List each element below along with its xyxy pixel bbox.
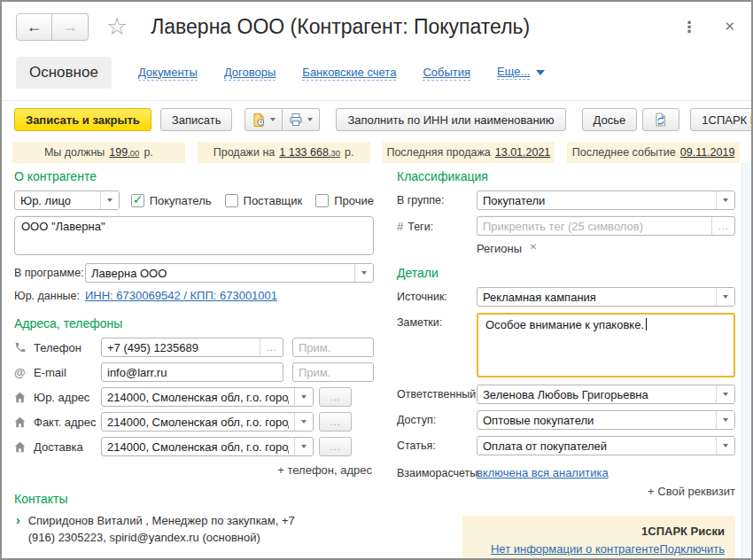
in-program-input[interactable] [86, 264, 354, 282]
phone-input[interactable] [102, 338, 260, 356]
title-bar: ← → ☆ Лаверна ООО (Контрагент: Покупател… [2, 2, 751, 51]
full-name-textarea[interactable]: ООО "Лаверна" [14, 216, 374, 255]
tag-chip-row: Регионы ✕ [477, 242, 735, 255]
kebab-menu-icon[interactable]: ⋮ [677, 16, 701, 38]
tab-contracts[interactable]: Договоры [224, 66, 276, 81]
last-event-link[interactable]: 09.11.2019 [680, 146, 735, 159]
right-column: Классификация В группе: #Теги: ... Регио… [397, 170, 735, 560]
spark-risks-panel: 1СПАРК Риски Нет информации о контрагент… [462, 516, 735, 560]
dropdown-button[interactable] [100, 191, 119, 209]
checkbox-other[interactable]: Прочие [315, 194, 374, 207]
fill-by-inn-button[interactable]: Заполнить по ИНН или наименованию [336, 108, 565, 131]
article-input[interactable] [477, 437, 716, 455]
tab-documents[interactable]: Документы [138, 66, 198, 81]
tab-bank-accounts[interactable]: Банковские счета [302, 66, 396, 81]
dropdown-button[interactable] [716, 437, 734, 455]
spark-risks-label: 1СПАРК Риски [702, 113, 753, 127]
house-icon [14, 416, 34, 428]
we-owe-panel: Мы должны 199,00 р. [12, 142, 185, 163]
responsible-row: Ответственный: [397, 385, 735, 404]
ellipsis-button[interactable]: ... [319, 412, 352, 432]
entity-type-row: Покупатель Поставщик Прочие [14, 191, 374, 210]
source-combo [477, 287, 735, 307]
source-input[interactable] [477, 288, 716, 306]
email-note-input[interactable] [293, 363, 373, 381]
tag-remove-icon[interactable]: ✕ [530, 242, 537, 252]
entity-type-input[interactable] [15, 191, 100, 209]
print-button[interactable] [283, 108, 320, 131]
fact-address-input[interactable] [102, 413, 294, 431]
email-row: @ E-mail [14, 362, 374, 382]
legal-data-label: Юр. данные: [14, 290, 85, 302]
dropdown-button[interactable] [716, 411, 734, 429]
notes-label: Заметки: [397, 313, 477, 329]
dropdown-button[interactable] [294, 438, 313, 455]
dropdown-button[interactable] [294, 413, 313, 431]
we-owe-label: Мы должны [44, 146, 105, 159]
spark-no-info-link[interactable]: Нет информации о контрагенте [491, 542, 660, 556]
settlements-link[interactable]: включена вся аналитика [477, 466, 609, 479]
legal-data-row: Юр. данные: ИНН: 6730069542 / КПП: 67300… [14, 289, 374, 302]
sales-link[interactable]: 1 133 668,30 [279, 146, 340, 159]
tab-bar: Основное Документы Договоры Банковские с… [2, 51, 751, 101]
legal-address-combo [101, 387, 314, 407]
house-icon [14, 392, 34, 403]
custom-attribute-link[interactable]: + Свой реквизит [648, 485, 735, 498]
access-input[interactable] [477, 411, 716, 429]
sync-document-button[interactable] [642, 108, 679, 131]
spark-risks-button[interactable]: 1СПАРК Риски [690, 108, 753, 131]
dropdown-button[interactable] [716, 288, 734, 306]
contact-entry-link[interactable]: Спиридонов Виталий , Менеджер по закупка… [28, 513, 324, 547]
hash-icon: # [397, 220, 403, 233]
inn-kpp-link[interactable]: ИНН: 6730069542 / КПП: 673001001 [85, 289, 277, 302]
attached-files-button[interactable] [245, 108, 283, 131]
legal-address-input[interactable] [102, 388, 294, 406]
email-input[interactable] [102, 363, 283, 381]
tab-events[interactable]: События [423, 66, 470, 81]
tags-input[interactable] [477, 217, 711, 235]
dropdown-arrow-icon [270, 118, 276, 121]
dossier-button[interactable]: Досье [582, 108, 638, 131]
vertical-scrollbar[interactable] [741, 163, 751, 558]
last-sale-link[interactable]: 13.01.2021 [495, 146, 551, 159]
spark-connect-link[interactable]: Подключить [659, 542, 725, 556]
checkbox-icon [315, 194, 329, 207]
tags-field: ... [477, 216, 735, 236]
notes-textarea[interactable]: Особое внимание к упаковке. [477, 313, 735, 377]
responsible-input[interactable] [477, 385, 716, 403]
save-button[interactable]: Записать [160, 108, 233, 131]
chevron-right-icon: › [16, 513, 20, 547]
dropdown-button[interactable] [354, 264, 373, 282]
tags-row: #Теги: ... [397, 216, 735, 236]
delivery-address-input[interactable] [102, 438, 294, 455]
we-owe-link[interactable]: 199,00 [109, 146, 139, 159]
responsible-label: Ответственный: [397, 388, 477, 401]
legal-address-label: Юр. адрес [34, 391, 101, 404]
add-phone-address-link[interactable]: + телефон, адрес [277, 463, 372, 477]
forward-button[interactable]: → [52, 13, 89, 41]
sales-panel: Продажи на 1 133 668,30 р. [198, 142, 370, 163]
save-and-close-button[interactable]: Записать и закрыть [14, 108, 151, 131]
last-event-panel: Последнее событие 09.11.2019 [567, 142, 740, 163]
ellipsis-button[interactable]: ... [711, 217, 734, 235]
sales-label: Продажи на [213, 146, 276, 159]
tab-main[interactable]: Основное [16, 57, 112, 89]
ellipsis-button[interactable]: ... [319, 387, 352, 407]
in-program-row: В программе: [14, 263, 374, 283]
ellipsis-button[interactable]: ... [319, 437, 352, 456]
phone-note-input[interactable] [293, 338, 373, 356]
close-icon[interactable]: ✕ [724, 19, 735, 35]
checkbox-supplier[interactable]: Поставщик [225, 194, 303, 207]
dropdown-button[interactable] [294, 388, 313, 406]
ellipsis-button[interactable]: ... [260, 338, 283, 356]
dropdown-button[interactable] [716, 385, 734, 403]
checkbox-label: Покупатель [150, 194, 212, 207]
back-button[interactable]: ← [16, 13, 52, 41]
checkbox-label: Прочие [334, 194, 374, 207]
dropdown-button[interactable] [716, 191, 734, 209]
checkbox-buyer[interactable]: Покупатель [131, 194, 212, 207]
group-input[interactable] [477, 191, 716, 209]
settlements-label: Взаиморасчеты: [397, 467, 477, 479]
tab-more[interactable]: Еще... [497, 65, 545, 81]
favorite-star-icon[interactable]: ☆ [106, 15, 128, 39]
